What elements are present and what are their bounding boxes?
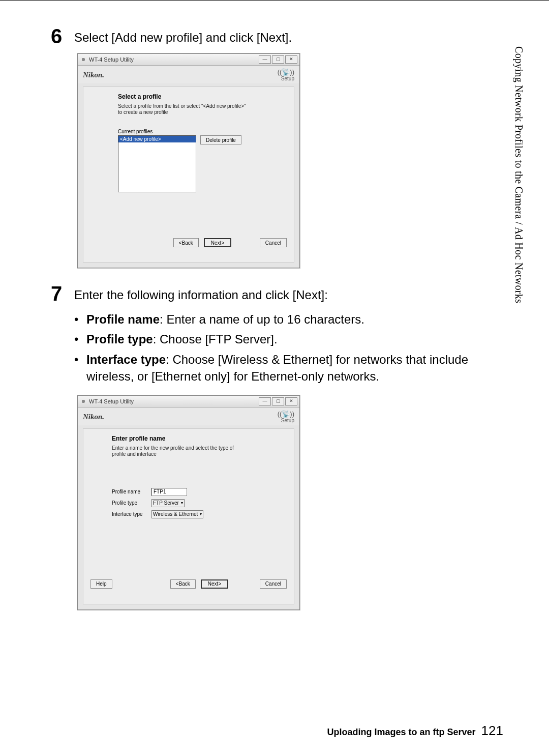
step-text: Select [Add new profile] and click [Next… — [74, 26, 503, 46]
delete-profile-button[interactable]: Delete profile — [200, 135, 241, 144]
page-footer: Uploading Images to an ftp Server 121 — [327, 723, 503, 739]
maximize-button[interactable]: ▢ — [272, 397, 284, 405]
dialog-select-profile: WT-4 Setup Utility — ▢ ✕ Nikon. ((📡))Set… — [77, 53, 300, 268]
section-title: Enter profile name — [112, 435, 287, 442]
step-number: 6 — [51, 26, 74, 46]
brand-label: Nikon. — [83, 71, 104, 79]
setup-icon: ((📡))Setup — [272, 411, 294, 423]
app-icon — [80, 56, 87, 63]
next-button[interactable]: Next> — [201, 579, 228, 589]
bullet-item: • Interface type: Choose [Wireless & Eth… — [74, 351, 503, 385]
bullet-item: • Profile type: Choose [FTP Server]. — [74, 331, 503, 348]
close-button[interactable]: ✕ — [285, 397, 297, 405]
side-section-label: Copying Network Profiles to the Camera /… — [513, 46, 525, 303]
minimize-button[interactable]: — — [259, 55, 271, 64]
step-number: 7 — [51, 283, 74, 304]
cancel-button[interactable]: Cancel — [260, 579, 287, 589]
profile-type-select[interactable]: FTP Server — [151, 499, 185, 507]
bullet-item: • Profile name: Enter a name of up to 16… — [74, 311, 503, 328]
setup-icon: ((📡))Setup — [272, 69, 294, 81]
dialog-enter-profile-name: WT-4 Setup Utility — ▢ ✕ Nikon. ((📡))Set… — [77, 395, 300, 610]
current-profiles-label: Current profiles — [118, 129, 287, 134]
profile-name-label: Profile name — [112, 489, 147, 495]
brand-label: Nikon. — [83, 413, 104, 421]
interface-type-label: Interface type — [112, 511, 147, 517]
section-desc: Select a profile from the list or select… — [118, 103, 250, 115]
step-6: 6 Select [Add new profile] and click [Ne… — [51, 26, 503, 46]
dialog-panel: Select a profile Select a profile from t… — [83, 86, 294, 263]
app-icon — [80, 398, 87, 405]
minimize-button[interactable]: — — [259, 397, 271, 405]
step-text: Enter the following information and clic… — [74, 286, 503, 304]
cancel-button[interactable]: Cancel — [260, 238, 287, 247]
back-button[interactable]: <Back — [173, 238, 199, 247]
maximize-button[interactable]: ▢ — [272, 55, 284, 64]
brand-row: Nikon. ((📡))Setup — [78, 408, 299, 425]
list-item[interactable]: <Add new profile> — [118, 136, 196, 142]
dialog-panel: Enter profile name Enter a name for the … — [83, 428, 294, 604]
titlebar: WT-4 Setup Utility — ▢ ✕ — [78, 396, 299, 408]
window-title: WT-4 Setup Utility — [89, 398, 134, 404]
close-button[interactable]: ✕ — [285, 55, 297, 64]
back-button[interactable]: <Back — [170, 579, 196, 589]
step-7: 7 Enter the following information and cl… — [51, 283, 503, 388]
footer-title: Uploading Images to an ftp Server — [327, 727, 476, 737]
titlebar: WT-4 Setup Utility — ▢ ✕ — [78, 54, 299, 66]
help-button[interactable]: Help — [90, 579, 112, 589]
profile-name-input[interactable] — [151, 488, 187, 496]
profiles-listbox[interactable]: <Add new profile> — [118, 135, 196, 192]
brand-row: Nikon. ((📡))Setup — [78, 66, 299, 83]
interface-type-select[interactable]: Wireless & Ethernet — [151, 510, 203, 518]
window-title: WT-4 Setup Utility — [89, 56, 134, 63]
section-title: Select a profile — [118, 93, 287, 100]
next-button[interactable]: Next> — [204, 238, 231, 247]
section-desc: Enter a name for the new profile and sel… — [112, 445, 244, 457]
page-number: 121 — [481, 723, 503, 738]
profile-type-label: Profile type — [112, 500, 147, 506]
